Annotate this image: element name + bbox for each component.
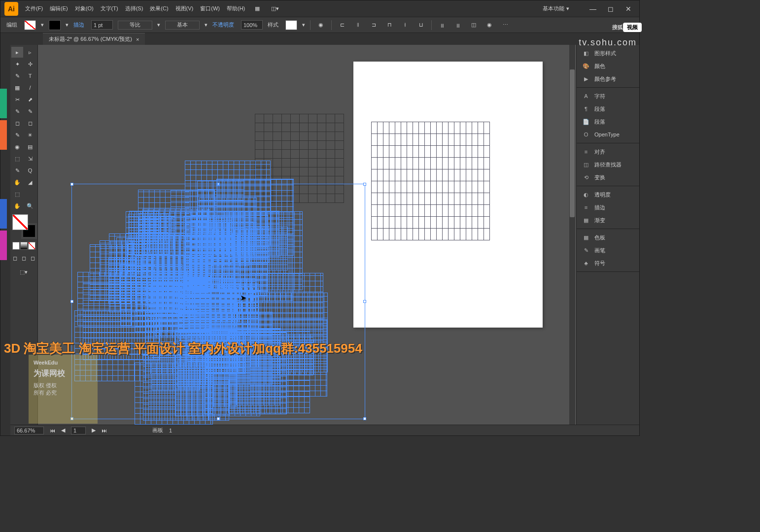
- width-tool[interactable]: ✎: [11, 130, 23, 140]
- panel-路径查找器[interactable]: ◫路径查找器: [577, 158, 639, 171]
- stroke-swatch[interactable]: [49, 20, 61, 30]
- hand-tool[interactable]: ✋: [11, 200, 23, 211]
- close-button[interactable]: ✕: [622, 4, 635, 14]
- panel-画笔[interactable]: ✎画笔: [577, 244, 639, 257]
- panel-字符[interactable]: A字符: [577, 90, 639, 102]
- panel-描边[interactable]: ≡描边: [577, 201, 639, 214]
- menu-edit[interactable]: 编辑(E): [50, 5, 68, 12]
- menu-file[interactable]: 文件(F): [25, 5, 43, 12]
- panel-符号[interactable]: ♣符号: [577, 257, 639, 269]
- graph-tool[interactable]: ◢: [24, 177, 36, 188]
- document-tab[interactable]: 未标题-2* @ 66.67% (CMYK/预览) ×: [43, 33, 145, 45]
- stroke-weight-input[interactable]: [91, 20, 113, 30]
- menu-view[interactable]: 视图(V): [175, 5, 194, 12]
- nav-first-icon[interactable]: ⏮: [50, 428, 55, 433]
- panel-变换[interactable]: ⟲变换: [577, 171, 639, 184]
- selection-tool[interactable]: ▸: [11, 47, 23, 58]
- slice-tool[interactable]: [24, 189, 36, 200]
- align-r-icon[interactable]: ⊐: [368, 20, 379, 31]
- menu-type[interactable]: 文字(T): [101, 5, 118, 12]
- menu-select[interactable]: 选择(S): [125, 5, 143, 12]
- zoom-input[interactable]: [14, 427, 44, 434]
- panel-图形样式[interactable]: ◧图形样式: [577, 47, 639, 60]
- opacity-input[interactable]: [241, 20, 263, 30]
- profile-select[interactable]: 等比: [118, 21, 152, 30]
- artboard-nav-input[interactable]: [71, 427, 86, 434]
- recolor-icon[interactable]: ◉: [315, 20, 326, 31]
- panel-OpenType[interactable]: OOpenType: [577, 128, 639, 141]
- opacity-label[interactable]: 不透明度: [212, 21, 234, 29]
- align-t-icon[interactable]: ⊓: [384, 20, 395, 31]
- gradient-tool[interactable]: ⇲: [24, 153, 36, 164]
- more-icon[interactable]: ⋯: [500, 20, 511, 31]
- artboard-tool[interactable]: ⬚: [11, 189, 23, 200]
- dist-v-icon[interactable]: ⫼: [452, 20, 463, 31]
- zoom-tool[interactable]: 🔍: [24, 200, 36, 211]
- pen-tool[interactable]: ✎: [11, 70, 23, 81]
- canvas[interactable]: ➤: [38, 45, 639, 425]
- eraser-tool[interactable]: ✎: [24, 106, 36, 117]
- color-mode-none[interactable]: [28, 242, 35, 250]
- minimize-button[interactable]: —: [586, 4, 600, 14]
- perspective-tool[interactable]: ▤: [24, 141, 36, 152]
- align-l-icon[interactable]: ⊏: [337, 20, 347, 31]
- align-b-icon[interactable]: ⊔: [415, 20, 426, 31]
- selected-grids-cluster[interactable]: [77, 188, 363, 419]
- panel-渐变[interactable]: ▦渐变: [577, 214, 639, 227]
- brush-select[interactable]: 基本: [165, 21, 200, 30]
- scale-tool[interactable]: ◻: [24, 118, 36, 129]
- blend-tool[interactable]: Q: [24, 165, 36, 176]
- dist-h-icon[interactable]: ⫼: [437, 20, 448, 31]
- align-c-icon[interactable]: ⫴: [352, 20, 363, 31]
- direct-selection-tool[interactable]: ▹: [24, 47, 36, 58]
- screen-mode-2[interactable]: ◻: [20, 253, 28, 264]
- line-tool[interactable]: ▦: [11, 82, 23, 93]
- style-swatch[interactable]: [285, 20, 297, 30]
- vertical-scrollbar[interactable]: [569, 45, 575, 425]
- large-grid-object[interactable]: [371, 122, 490, 240]
- color-mode-solid[interactable]: [12, 242, 20, 250]
- panel-对齐[interactable]: ≡对齐: [577, 145, 639, 158]
- fill-stroke-control[interactable]: [12, 214, 37, 239]
- screen-mode-1[interactable]: ◻: [11, 253, 19, 264]
- mesh-tool[interactable]: ⬚: [11, 153, 23, 164]
- panel-段落[interactable]: ¶段落: [577, 102, 639, 115]
- symbol-sprayer-tool[interactable]: ✋: [11, 177, 23, 188]
- eyedropper-tool[interactable]: ✎: [11, 165, 23, 176]
- panel-颜色[interactable]: 🎨颜色: [577, 60, 639, 72]
- nav-last-icon[interactable]: ⏭: [102, 428, 107, 433]
- menu-effect[interactable]: 效果(C): [150, 5, 168, 12]
- panel-色板[interactable]: ▦色板: [577, 231, 639, 244]
- panel-透明度[interactable]: ◐透明度: [577, 188, 639, 201]
- layout-icon[interactable]: ▦: [252, 3, 263, 14]
- nav-next-icon[interactable]: ▶: [92, 427, 96, 433]
- fill-swatch[interactable]: [24, 20, 36, 30]
- arrange-icon[interactable]: ◫▾: [270, 3, 280, 14]
- screen-mode-3[interactable]: ◻: [29, 253, 36, 264]
- transform-icon[interactable]: ◫: [468, 20, 479, 31]
- panel-段落[interactable]: 📄段落: [577, 115, 639, 128]
- nav-prev-icon[interactable]: ◀: [61, 427, 65, 433]
- menu-help[interactable]: 帮助(H): [227, 5, 245, 12]
- pencil-tool[interactable]: ⬈: [24, 94, 36, 105]
- scroll-thumb[interactable]: [570, 69, 575, 217]
- align-m-icon[interactable]: ⫲: [400, 20, 411, 31]
- fill-color[interactable]: [12, 214, 28, 230]
- lasso-tool[interactable]: ✢: [24, 59, 36, 69]
- shape-builder-tool[interactable]: ◉: [11, 141, 23, 152]
- type-tool[interactable]: T: [24, 70, 36, 81]
- change-screen-mode[interactable]: ⬚▾: [11, 266, 36, 277]
- tab-close-icon[interactable]: ×: [136, 36, 139, 42]
- color-mode-gradient[interactable]: [20, 242, 28, 250]
- maximize-button[interactable]: ◻: [604, 4, 618, 14]
- rotate-tool[interactable]: ◻: [11, 118, 23, 129]
- paintbrush-tool[interactable]: ✂: [11, 94, 23, 105]
- free-transform-tool[interactable]: ☀: [24, 130, 36, 140]
- magic-wand-tool[interactable]: ✦: [11, 59, 23, 69]
- stroke-label[interactable]: 描边: [73, 21, 84, 29]
- rectangle-tool[interactable]: /: [24, 82, 36, 93]
- isolate-icon[interactable]: ◉: [484, 20, 495, 31]
- panel-颜色参考[interactable]: ▶颜色参考: [577, 72, 639, 85]
- menu-object[interactable]: 对象(O): [75, 5, 94, 12]
- menu-window[interactable]: 窗口(W): [200, 5, 220, 12]
